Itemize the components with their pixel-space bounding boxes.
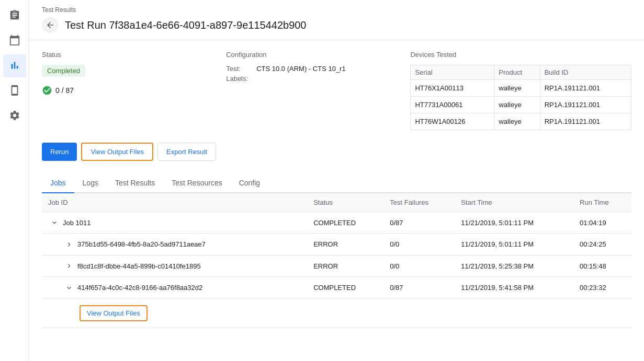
job-id-label: 375b1d55-6498-4fb5-8a20-5ad9711aeae7 — [77, 240, 206, 248]
table-row: 414f657a-4c0c-42c8-9166-aa76f8aa32d2 COM… — [42, 277, 631, 298]
table-row: HT76X1A00113 walleye RP1A.191121.001 — [411, 80, 631, 97]
content-area: Status Completed 0 / 87 Configuration Te… — [29, 40, 644, 361]
table-row: HT7731A00061 walleye RP1A.191121.001 — [411, 97, 631, 113]
jobs-col-starttime: Start Time — [455, 193, 573, 212]
expand-button[interactable] — [63, 262, 75, 270]
phone-icon — [9, 85, 20, 98]
tab-jobs[interactable]: Jobs — [42, 173, 74, 193]
job-status: ERROR — [307, 234, 383, 255]
jobs-col-jobid: Job ID — [42, 193, 307, 212]
job-id-label: f8cd1c8f-dbbe-44a5-899b-c01410fe1895 — [77, 262, 201, 270]
job-run-time: 01:04:19 — [573, 212, 631, 234]
view-output-inline-button[interactable]: View Output Files — [80, 305, 148, 321]
table-row: f8cd1c8f-dbbe-44a5-899b-c01410fe1895 ERR… — [42, 255, 631, 276]
config-label: Configuration — [226, 51, 410, 59]
bar-chart-icon — [9, 60, 20, 73]
devices-label: Devices Tested — [410, 51, 631, 59]
info-section: Status Completed 0 / 87 Configuration Te… — [42, 51, 631, 130]
test-count-value: 0 / 87 — [55, 86, 74, 95]
job-id-cell: 414f657a-4c0c-42c8-9166-aa76f8aa32d2 — [42, 277, 307, 298]
device-serial: HT7731A00061 — [411, 97, 494, 113]
tab-test-resources[interactable]: Test Resources — [163, 173, 230, 193]
device-buildid: RP1A.191121.001 — [540, 113, 631, 130]
job-failures: 0/0 — [383, 234, 455, 255]
table-row: View Output Files — [42, 298, 631, 328]
job-start-time: 11/21/2019, 5:01:11 PM — [455, 212, 573, 234]
config-labels-key: Labels: — [226, 75, 252, 83]
job-status: COMPLETED — [307, 212, 383, 234]
device-product: walleye — [494, 97, 540, 113]
header: Test Results Test Run 7f38a1e4-6e66-4091… — [29, 0, 644, 40]
check-circle-icon — [42, 85, 52, 96]
device-serial: HT76W1A00126 — [411, 113, 494, 130]
job-start-time: 11/21/2019, 5:25:38 PM — [455, 255, 573, 276]
tabs: JobsLogsTest ResultsTest ResourcesConfig — [42, 173, 631, 193]
calendar-icon — [9, 34, 20, 48]
devices-col: Devices Tested Serial Product Build ID H… — [410, 51, 631, 130]
devices-table: Serial Product Build ID HT76X1A00113 wal… — [410, 65, 631, 130]
job-status: COMPLETED — [307, 277, 383, 298]
config-test-value: CTS 10.0 (ARM) - CTS 10_r1 — [256, 65, 346, 73]
config-test-row: Test: CTS 10.0 (ARM) - CTS 10_r1 — [226, 65, 410, 73]
jobs-col-failures: Test Failures — [383, 193, 455, 212]
table-row: Job 1011 COMPLETED 0/87 11/21/2019, 5:01… — [42, 212, 631, 234]
export-result-button[interactable]: Export Result — [157, 143, 216, 161]
sidebar-item-tasks[interactable] — [3, 4, 26, 27]
job-failures: 0/87 — [383, 212, 455, 234]
job-id-cell: 375b1d55-6498-4fb5-8a20-5ad9711aeae7 — [42, 234, 307, 255]
settings-icon — [9, 110, 20, 123]
sidebar-item-settings[interactable] — [3, 104, 26, 127]
device-buildid: RP1A.191121.001 — [540, 80, 631, 97]
sidebar-item-reports[interactable] — [3, 54, 26, 77]
device-product: walleye — [494, 113, 540, 130]
config-test-key: Test: — [226, 65, 252, 73]
title-row: Test Run 7f38a1e4-6e66-4091-a897-9e11544… — [42, 17, 631, 40]
status-badge: Completed — [42, 65, 85, 77]
jobs-table: Job ID Status Test Failures Start Time R… — [42, 193, 631, 328]
job-id-cell: f8cd1c8f-dbbe-44a5-899b-c01410fe1895 — [42, 255, 307, 276]
view-output-button[interactable]: View Output Files — [81, 143, 153, 161]
jobs-col-status: Status — [307, 193, 383, 212]
job-start-time: 11/21/2019, 5:41:58 PM — [455, 277, 573, 298]
config-col: Configuration Test: CTS 10.0 (ARM) - CTS… — [226, 51, 410, 130]
breadcrumb: Test Results — [42, 6, 631, 14]
job-id-cell: Job 1011 — [42, 212, 307, 234]
sidebar-item-calendar[interactable] — [3, 29, 26, 52]
test-count: 0 / 87 — [42, 85, 226, 96]
tab-test-results[interactable]: Test Results — [107, 173, 163, 193]
rerun-button[interactable]: Rerun — [42, 143, 77, 161]
expand-button[interactable] — [63, 240, 75, 248]
status-label: Status — [42, 51, 226, 59]
device-buildid: RP1A.191121.001 — [540, 97, 631, 113]
action-buttons: Rerun View Output Files Export Result — [42, 143, 631, 161]
devices-col-product: Product — [494, 65, 540, 80]
status-col: Status Completed 0 / 87 — [42, 51, 226, 130]
config-labels-row: Labels: — [226, 75, 410, 83]
table-row: 375b1d55-6498-4fb5-8a20-5ad9711aeae7 ERR… — [42, 234, 631, 255]
tab-logs[interactable]: Logs — [74, 173, 107, 193]
job-failures: 0/0 — [383, 255, 455, 276]
job-status: ERROR — [307, 255, 383, 276]
tab-config[interactable]: Config — [231, 173, 268, 193]
job-id-label: Job 1011 — [63, 219, 91, 227]
job-run-time: 00:23:32 — [573, 277, 631, 298]
back-button[interactable] — [42, 17, 59, 33]
device-product: walleye — [494, 80, 540, 97]
clipboard-icon — [9, 9, 20, 22]
job-start-time: 11/21/2019, 5:01:11 PM — [455, 234, 573, 255]
main-content: Test Results Test Run 7f38a1e4-6e66-4091… — [29, 0, 644, 361]
sidebar — [0, 0, 29, 361]
jobs-col-runtime: Run Time — [573, 193, 631, 212]
expand-button[interactable] — [63, 283, 75, 292]
page-title: Test Run 7f38a1e4-6e66-4091-a897-9e11544… — [65, 19, 307, 31]
device-serial: HT76X1A00113 — [411, 80, 494, 97]
job-run-time: 00:24:25 — [573, 234, 631, 255]
table-row: HT76W1A00126 walleye RP1A.191121.001 — [411, 113, 631, 130]
job-failures: 0/87 — [383, 277, 455, 298]
expand-button[interactable] — [48, 218, 61, 227]
devices-col-buildid: Build ID — [540, 65, 631, 80]
job-run-time: 00:15:48 — [573, 255, 631, 276]
view-output-cell: View Output Files — [42, 298, 631, 328]
job-id-label: 414f657a-4c0c-42c8-9166-aa76f8aa32d2 — [77, 284, 202, 292]
sidebar-item-devices[interactable] — [3, 79, 26, 102]
